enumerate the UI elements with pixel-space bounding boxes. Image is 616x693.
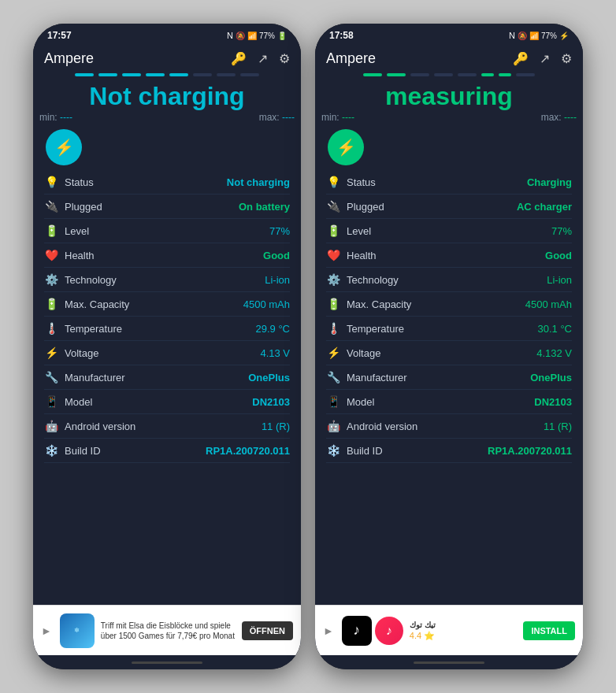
top-icons-2: 🔑 ↗ ⚙ xyxy=(513,51,572,66)
ad-icon-1: ❄ xyxy=(60,613,95,648)
tiktok-app-name: تيك توك xyxy=(410,620,518,630)
battery-circle-2: ⚡ xyxy=(328,129,364,165)
key-icon-1[interactable]: 🔑 xyxy=(231,51,247,66)
min-label-1: min: ---- xyxy=(39,112,72,123)
level-icon-2: 🔋 xyxy=(326,224,340,237)
charging-bolt-2: ⚡ xyxy=(559,32,569,40)
min-value-2: ---- xyxy=(342,112,354,123)
health-icon-1: ❤️ xyxy=(44,249,58,261)
row-tech-2: ⚙️Technology Li-ion xyxy=(326,268,572,292)
charging-status-title-1: Not charging xyxy=(41,83,293,110)
mute-icon-2: 🔕 xyxy=(518,32,527,40)
build-value-2: RP1A.200720.011 xyxy=(488,445,572,457)
battery-circle-row-1: ⚡ xyxy=(33,124,301,165)
health-value-1: Good xyxy=(263,250,290,261)
tech-icon-2: ⚙️ xyxy=(326,273,340,286)
temp-value-1: 29.9 °C xyxy=(255,323,290,335)
app-title-2: Ampere xyxy=(326,50,376,67)
dot2-3 xyxy=(410,73,429,76)
settings-icon-1[interactable]: ⚙ xyxy=(279,51,290,66)
status-bar-1: 17:57 N 🔕 📶 77% 🔋 xyxy=(33,24,301,44)
phone-1: 17:57 N 🔕 📶 77% 🔋 Ampere 🔑 ↗ ⚙ xyxy=(33,24,301,669)
top-bar-2: Ampere 🔑 ↗ ⚙ xyxy=(315,44,583,70)
share-icon-1[interactable]: ↗ xyxy=(258,51,268,66)
top-bar-1: Ampere 🔑 ↗ ⚙ xyxy=(33,44,301,70)
row-plugged-2: 🔌Plugged AC charger xyxy=(326,195,572,219)
dot-4 xyxy=(146,73,165,76)
battery-circle-icon-1: ⚡ xyxy=(54,138,74,157)
row-model-1: 📱Model DN2103 xyxy=(44,390,290,414)
ad-open-button-1[interactable]: ÖFFNEN xyxy=(242,621,293,640)
home-bar-line-2 xyxy=(414,662,484,664)
phone-2: 17:58 N 🔕 📶 77% ⚡ Ampere 🔑 ↗ ⚙ xyxy=(315,24,583,669)
dot2-4 xyxy=(434,73,453,76)
battery-pct-2: 77% xyxy=(541,32,557,40)
mfg-icon-2: 🔧 xyxy=(326,371,340,384)
android-icon-2: 🤖 xyxy=(326,420,340,432)
settings-icon-2[interactable]: ⚙ xyxy=(561,51,572,66)
max-value-1: ---- xyxy=(282,112,295,123)
status-icon-2: 💡 xyxy=(326,176,340,188)
row-temp-2: 🌡️Temperature 30.1 °C xyxy=(326,317,572,341)
build-icon-1: ❄️ xyxy=(44,444,58,457)
status-bar-2: 17:58 N 🔕 📶 77% ⚡ xyxy=(315,24,583,44)
level-value-2: 77% xyxy=(551,225,572,237)
ad-banner-2: ► ♪ ♪ تيك توك 4.4 ⭐ INSTALL xyxy=(315,605,583,655)
dot2-5 xyxy=(458,73,477,76)
signal-icon-2: 📶 xyxy=(529,32,539,40)
min-max-1: min: ---- max: ---- xyxy=(33,110,301,124)
health-value-2: Good xyxy=(545,250,572,261)
home-bar-line-1 xyxy=(132,662,202,664)
model-icon-1: 📱 xyxy=(44,395,58,408)
main-status-1: Not charging xyxy=(33,78,301,110)
home-bar-2 xyxy=(315,655,583,669)
dot2-2 xyxy=(387,73,406,76)
main-status-2: measuring xyxy=(315,78,583,110)
status-icons-1: N 🔕 📶 77% 🔋 xyxy=(227,31,287,40)
row-level-2: 🔋Level 77% xyxy=(326,219,572,243)
temp-icon-2: 🌡️ xyxy=(326,322,340,335)
signal-icon: 📶 xyxy=(247,32,257,40)
row-capacity-1: 🔋Max. Capacity 4500 mAh xyxy=(44,292,290,317)
capacity-icon-1: 🔋 xyxy=(44,298,58,310)
dots-indicator-1 xyxy=(33,70,301,78)
dots-indicator-2 xyxy=(315,70,583,78)
dot2-1 xyxy=(363,73,382,76)
min-label-2: min: ---- xyxy=(321,112,354,123)
battery-circle-row-2: ⚡ xyxy=(315,124,583,165)
info-list-2: 💡Status Charging 🔌Plugged AC charger 🔋Le… xyxy=(315,165,583,605)
ad-text-line1: Triff mit Elsa die Eisblöcke und spiele xyxy=(101,621,236,631)
voltage-value-1: 4.13 V xyxy=(260,347,290,359)
plugged-value-2: AC charger xyxy=(517,201,572,213)
row-status-2: 💡Status Charging xyxy=(326,170,572,195)
health-icon-2: ❤️ xyxy=(326,249,340,261)
ad-text-1: Triff mit Elsa die Eisblöcke und spiele … xyxy=(101,621,236,641)
time-2: 17:58 xyxy=(329,30,354,41)
share-icon-2[interactable]: ↗ xyxy=(540,51,550,66)
tiktok-logo1: ♪ xyxy=(342,616,372,646)
min-max-2: min: ---- max: ---- xyxy=(315,110,583,124)
ad-arrow-1: ► xyxy=(41,624,52,637)
row-android-2: 🤖Android version 11 (R) xyxy=(326,414,572,439)
dot-5 xyxy=(169,73,188,76)
status-icons-2: N 🔕 📶 77% ⚡ xyxy=(509,31,569,40)
row-manufacturer-2: 🔧Manufacturer OnePlus xyxy=(326,365,572,390)
status-value-1: Not charging xyxy=(227,176,290,188)
tech-value-2: Li-ion xyxy=(547,274,572,286)
ad-install-button-2[interactable]: INSTALL xyxy=(523,621,575,640)
dot2-8 xyxy=(516,73,535,76)
voltage-value-2: 4.132 V xyxy=(536,347,572,359)
key-icon-2[interactable]: 🔑 xyxy=(513,51,529,66)
tiktok-logos-wrapper: ♪ ♪ xyxy=(342,616,403,646)
battery-pct-1: 77% xyxy=(259,32,275,40)
row-health-1: ❤️Health Good xyxy=(44,243,290,268)
tiktok-logo2: ♪ xyxy=(375,617,403,645)
row-level-1: 🔋Level 77% xyxy=(44,219,290,243)
row-android-1: 🤖Android version 11 (R) xyxy=(44,414,290,439)
row-tech-1: ⚙️Technology Li-ion xyxy=(44,268,290,292)
app-content-1: Ampere 🔑 ↗ ⚙ Not charging min: ---- max:… xyxy=(33,44,301,655)
row-build-1: ❄️Build ID RP1A.200720.011 xyxy=(44,439,290,463)
capacity-value-1: 4500 mAh xyxy=(243,298,290,310)
ad-banner-1: ► ❄ Triff mit Elsa die Eisblöcke und spi… xyxy=(33,605,301,655)
row-voltage-2: ⚡Voltage 4.132 V xyxy=(326,341,572,365)
